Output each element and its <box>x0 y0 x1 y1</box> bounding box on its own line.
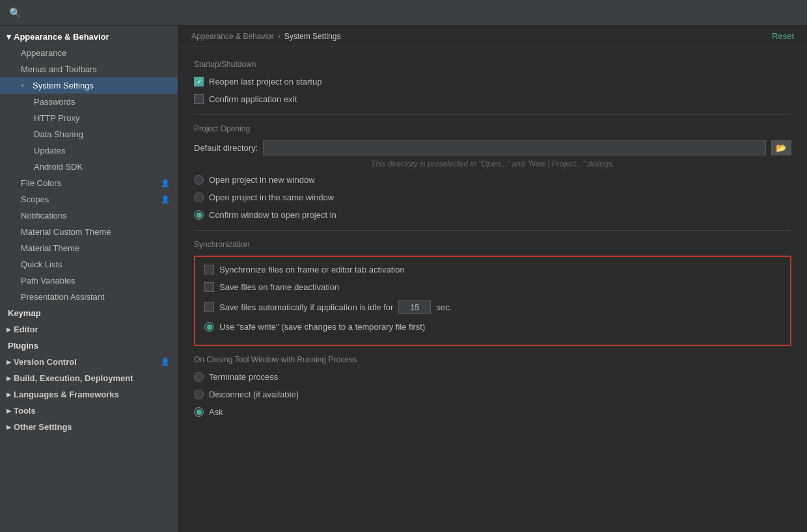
save-idle-checkbox[interactable] <box>204 302 214 312</box>
disconnect-row: Disconnect (if available) <box>194 388 791 401</box>
sidebar-item-version-control[interactable]: ▸ Version Control 👤 <box>0 354 178 370</box>
safe-write-radio[interactable] <box>204 322 214 332</box>
reopen-checkbox[interactable] <box>194 77 204 86</box>
reopen-last-project-row: Reopen last project on startup <box>194 75 791 88</box>
chevron-right-icon: ▸ <box>7 325 11 334</box>
default-dir-label: Default directory: <box>194 143 258 153</box>
chevron-right-icon: ▸ <box>7 406 11 416</box>
sidebar-item-path-variables[interactable]: Path Variables <box>0 273 178 289</box>
main-layout: ▾ Appearance & Behavior Appearance Menus… <box>0 26 807 532</box>
sync-files-row: Synchronize files on frame or editor tab… <box>204 263 781 276</box>
sidebar-item-material-custom-theme[interactable]: Material Custom Theme <box>0 224 178 240</box>
sidebar-item-quick-lists[interactable]: Quick Lists <box>0 256 178 273</box>
ask-radio[interactable] <box>194 407 204 417</box>
sidebar-item-data-sharing[interactable]: Data Sharing <box>0 126 178 142</box>
sidebar-item-appearance-behavior[interactable]: ▾ Appearance & Behavior <box>0 29 178 45</box>
save-idle-row: Save files automatically if application … <box>204 299 781 315</box>
dir-hint: This directory is preselected in "Open..… <box>194 159 791 168</box>
sidebar-item-editor[interactable]: ▸ Editor <box>0 321 178 338</box>
breadcrumb-current: System Settings <box>284 32 341 41</box>
sidebar-item-passwords[interactable]: Passwords <box>0 94 178 110</box>
search-icon: 🔍 <box>9 7 21 19</box>
chevron-right-icon: ▸ <box>7 357 11 367</box>
save-idle-label[interactable]: Save files automatically if application … <box>219 302 393 312</box>
default-dir-input[interactable] <box>263 140 766 155</box>
sidebar-item-scopes[interactable]: Scopes 👤 <box>0 191 178 207</box>
sidebar-item-http-proxy[interactable]: HTTP Proxy <box>0 110 178 126</box>
sidebar-item-updates[interactable]: Updates <box>0 142 178 159</box>
startup-section-title: Startup/Shutdown <box>194 60 791 69</box>
sidebar-item-system-settings[interactable]: ▾ System Settings <box>0 77 178 94</box>
chevron-right-icon: ▸ <box>7 373 11 383</box>
open-new-window-label[interactable]: Open project in new window <box>209 175 315 185</box>
open-same-window-row: Open project in the same window <box>194 191 791 204</box>
sync-files-checkbox[interactable] <box>204 265 214 274</box>
sidebar-item-menus-toolbars[interactable]: Menus and Toolbars <box>0 61 178 77</box>
safe-write-row: Use "safe write" (save changes to a temp… <box>204 321 781 333</box>
confirm-exit-label[interactable]: Confirm application exit <box>209 94 297 104</box>
reset-button[interactable]: Reset <box>772 31 794 41</box>
content-area: Appearance & Behavior › System Settings … <box>178 26 807 532</box>
sync-files-label[interactable]: Synchronize files on frame or editor tab… <box>219 265 405 274</box>
confirm-exit-row: Confirm application exit <box>194 93 791 105</box>
project-opening-section-title: Project Opening <box>194 124 791 133</box>
sidebar-item-file-colors[interactable]: File Colors 👤 <box>0 175 178 191</box>
confirm-window-row: Confirm window to open project in <box>194 209 791 221</box>
save-idle-input[interactable] <box>398 300 431 314</box>
open-new-window-radio[interactable] <box>194 175 204 185</box>
chevron-right-icon: ▸ <box>7 390 11 399</box>
save-deactivation-checkbox[interactable] <box>204 282 214 292</box>
sidebar-item-languages-frameworks[interactable]: ▸ Languages & Frameworks <box>0 386 178 403</box>
sidebar-item-presentation-assistant[interactable]: Presentation Assistant <box>0 289 178 305</box>
terminate-label[interactable]: Terminate process <box>209 372 278 382</box>
ask-row: Ask <box>194 406 791 418</box>
reopen-label[interactable]: Reopen last project on startup <box>209 77 321 86</box>
open-same-window-label[interactable]: Open project in the same window <box>209 193 334 202</box>
top-bar: 🔍 <box>0 0 807 26</box>
sidebar-item-other-settings[interactable]: ▸ Other Settings <box>0 419 178 435</box>
sidebar-item-keymap[interactable]: Keymap <box>0 305 178 321</box>
settings-body: Startup/Shutdown Reopen last project on … <box>178 47 807 434</box>
chevron-down-icon: ▾ <box>21 82 29 89</box>
sidebar-item-android-sdk[interactable]: Android SDK <box>0 159 178 175</box>
disconnect-radio[interactable] <box>194 390 204 399</box>
terminate-row: Terminate process <box>194 371 791 383</box>
person-icon: 👤 <box>161 195 170 204</box>
save-deactivation-row: Save files on frame deactivation <box>204 281 781 293</box>
sync-section-title: Synchronization <box>194 240 791 249</box>
disconnect-label[interactable]: Disconnect (if available) <box>209 390 299 399</box>
ask-label[interactable]: Ask <box>209 407 223 417</box>
open-new-window-row: Open project in new window <box>194 174 791 186</box>
breadcrumb-parent: Appearance & Behavior <box>191 32 274 41</box>
person-icon: 👤 <box>161 179 170 187</box>
breadcrumb-separator: › <box>278 32 280 41</box>
open-same-window-radio[interactable] <box>194 193 204 202</box>
sidebar-item-tools[interactable]: ▸ Tools <box>0 403 178 419</box>
sidebar-item-notifications[interactable]: Notifications <box>0 207 178 224</box>
default-dir-row: Default directory: 📂 <box>194 140 791 155</box>
save-idle-unit: sec. <box>436 302 452 312</box>
safe-write-label[interactable]: Use "safe write" (save changes to a temp… <box>219 322 425 332</box>
save-deactivation-label[interactable]: Save files on frame deactivation <box>219 282 339 292</box>
closing-section-title: On Closing Tool Window with Running Proc… <box>194 355 791 364</box>
sidebar-item-build-execution[interactable]: ▸ Build, Execution, Deployment <box>0 370 178 386</box>
chevron-down-icon: ▾ <box>7 32 11 42</box>
sync-box: Synchronize files on frame or editor tab… <box>194 256 791 346</box>
sidebar: ▾ Appearance & Behavior Appearance Menus… <box>0 26 178 532</box>
confirm-exit-checkbox[interactable] <box>194 94 204 104</box>
sidebar-item-material-theme[interactable]: Material Theme <box>0 240 178 256</box>
confirm-window-radio[interactable] <box>194 210 204 220</box>
breadcrumb: Appearance & Behavior › System Settings … <box>178 26 807 47</box>
confirm-window-label[interactable]: Confirm window to open project in <box>209 210 336 220</box>
folder-icon: 📂 <box>776 143 787 153</box>
chevron-right-icon: ▸ <box>7 422 11 432</box>
terminate-radio[interactable] <box>194 372 204 382</box>
folder-browse-button[interactable]: 📂 <box>771 140 791 155</box>
sidebar-item-appearance[interactable]: Appearance <box>0 45 178 61</box>
sidebar-item-plugins[interactable]: Plugins <box>0 338 178 354</box>
person-icon: 👤 <box>161 358 170 366</box>
